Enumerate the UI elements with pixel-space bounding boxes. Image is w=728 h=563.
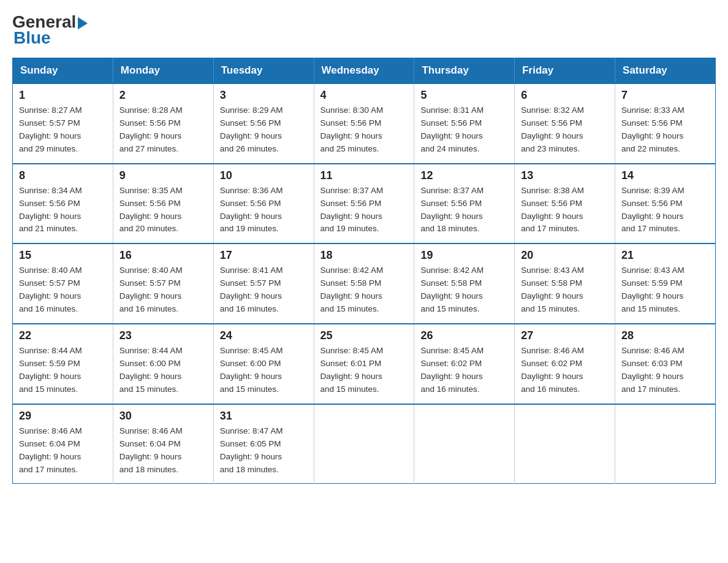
- day-of-week-header: Monday: [113, 58, 213, 84]
- calendar-day-cell: [314, 404, 414, 484]
- calendar-day-cell: 4 Sunrise: 8:30 AMSunset: 5:56 PMDayligh…: [314, 83, 414, 164]
- calendar-day-cell: 14 Sunrise: 8:39 AMSunset: 5:56 PMDaylig…: [615, 164, 716, 244]
- day-number: 3: [220, 89, 308, 102]
- calendar-day-cell: 12 Sunrise: 8:37 AMSunset: 5:56 PMDaylig…: [414, 164, 515, 244]
- calendar-day-cell: 21 Sunrise: 8:43 AMSunset: 5:59 PMDaylig…: [615, 243, 716, 324]
- day-of-week-header: Friday: [515, 58, 615, 84]
- calendar-day-cell: 28 Sunrise: 8:46 AMSunset: 6:03 PMDaylig…: [615, 324, 716, 404]
- day-info: Sunrise: 8:43 AMSunset: 5:58 PMDaylight:…: [521, 266, 584, 313]
- day-number: 29: [19, 410, 107, 423]
- calendar-day-cell: 22 Sunrise: 8:44 AMSunset: 5:59 PMDaylig…: [13, 324, 113, 404]
- calendar-body: 1 Sunrise: 8:27 AMSunset: 5:57 PMDayligh…: [13, 83, 716, 484]
- day-number: 15: [19, 249, 107, 262]
- day-info: Sunrise: 8:46 AMSunset: 6:02 PMDaylight:…: [521, 346, 584, 394]
- calendar-day-cell: 2 Sunrise: 8:28 AMSunset: 5:56 PMDayligh…: [113, 83, 213, 164]
- day-info: Sunrise: 8:47 AMSunset: 6:05 PMDaylight:…: [220, 426, 283, 474]
- day-info: Sunrise: 8:37 AMSunset: 5:56 PMDaylight:…: [420, 186, 483, 234]
- calendar-day-cell: [515, 404, 615, 484]
- calendar-week-row: 29 Sunrise: 8:46 AMSunset: 6:04 PMDaylig…: [13, 404, 716, 484]
- days-of-week-row: SundayMondayTuesdayWednesdayThursdayFrid…: [13, 58, 716, 84]
- day-of-week-header: Tuesday: [213, 58, 314, 84]
- day-number: 28: [621, 329, 709, 342]
- day-info: Sunrise: 8:31 AMSunset: 5:56 PMDaylight:…: [420, 105, 483, 153]
- day-number: 24: [220, 329, 308, 342]
- calendar-day-cell: 11 Sunrise: 8:37 AMSunset: 5:56 PMDaylig…: [314, 164, 414, 244]
- page-header: General Blue: [12, 12, 716, 48]
- calendar-week-row: 1 Sunrise: 8:27 AMSunset: 5:57 PMDayligh…: [13, 83, 716, 164]
- calendar-day-cell: 27 Sunrise: 8:46 AMSunset: 6:02 PMDaylig…: [515, 324, 615, 404]
- day-number: 1: [19, 89, 107, 102]
- day-info: Sunrise: 8:46 AMSunset: 6:03 PMDaylight:…: [621, 346, 684, 394]
- day-info: Sunrise: 8:33 AMSunset: 5:56 PMDaylight:…: [621, 105, 684, 153]
- calendar-day-cell: 10 Sunrise: 8:36 AMSunset: 5:56 PMDaylig…: [213, 164, 314, 244]
- calendar-week-row: 8 Sunrise: 8:34 AMSunset: 5:56 PMDayligh…: [13, 164, 716, 244]
- day-info: Sunrise: 8:34 AMSunset: 5:56 PMDaylight:…: [19, 186, 82, 234]
- calendar-day-cell: 31 Sunrise: 8:47 AMSunset: 6:05 PMDaylig…: [213, 404, 314, 484]
- day-number: 11: [320, 169, 408, 182]
- calendar-day-cell: 25 Sunrise: 8:45 AMSunset: 6:01 PMDaylig…: [314, 324, 414, 404]
- calendar-day-cell: 5 Sunrise: 8:31 AMSunset: 5:56 PMDayligh…: [414, 83, 515, 164]
- calendar-day-cell: 29 Sunrise: 8:46 AMSunset: 6:04 PMDaylig…: [13, 404, 113, 484]
- day-number: 19: [420, 249, 508, 262]
- calendar-week-row: 15 Sunrise: 8:40 AMSunset: 5:57 PMDaylig…: [13, 243, 716, 324]
- calendar-day-cell: 9 Sunrise: 8:35 AMSunset: 5:56 PMDayligh…: [113, 164, 213, 244]
- day-of-week-header: Sunday: [13, 58, 113, 84]
- calendar-day-cell: 18 Sunrise: 8:42 AMSunset: 5:58 PMDaylig…: [314, 243, 414, 324]
- day-info: Sunrise: 8:37 AMSunset: 5:56 PMDaylight:…: [320, 186, 384, 234]
- calendar-week-row: 22 Sunrise: 8:44 AMSunset: 5:59 PMDaylig…: [13, 324, 716, 404]
- day-info: Sunrise: 8:40 AMSunset: 5:57 PMDaylight:…: [119, 266, 183, 313]
- day-info: Sunrise: 8:45 AMSunset: 6:00 PMDaylight:…: [220, 346, 283, 394]
- calendar-day-cell: 24 Sunrise: 8:45 AMSunset: 6:00 PMDaylig…: [213, 324, 314, 404]
- day-info: Sunrise: 8:40 AMSunset: 5:57 PMDaylight:…: [19, 266, 82, 313]
- day-number: 5: [420, 89, 508, 102]
- calendar-day-cell: 8 Sunrise: 8:34 AMSunset: 5:56 PMDayligh…: [13, 164, 113, 244]
- day-of-week-header: Wednesday: [314, 58, 414, 84]
- day-info: Sunrise: 8:44 AMSunset: 6:00 PMDaylight:…: [119, 346, 183, 394]
- calendar-day-cell: 16 Sunrise: 8:40 AMSunset: 5:57 PMDaylig…: [113, 243, 213, 324]
- day-info: Sunrise: 8:46 AMSunset: 6:04 PMDaylight:…: [19, 426, 82, 474]
- day-number: 20: [521, 249, 609, 262]
- day-number: 31: [220, 410, 308, 423]
- day-number: 7: [621, 89, 709, 102]
- calendar-day-cell: 17 Sunrise: 8:41 AMSunset: 5:57 PMDaylig…: [213, 243, 314, 324]
- calendar-day-cell: 15 Sunrise: 8:40 AMSunset: 5:57 PMDaylig…: [13, 243, 113, 324]
- day-number: 12: [420, 169, 508, 182]
- day-info: Sunrise: 8:42 AMSunset: 5:58 PMDaylight:…: [320, 266, 384, 313]
- day-number: 21: [621, 249, 709, 262]
- day-info: Sunrise: 8:27 AMSunset: 5:57 PMDaylight:…: [19, 105, 82, 153]
- day-number: 8: [19, 169, 107, 182]
- logo-blue-text: Blue: [12, 28, 51, 48]
- calendar-header: SundayMondayTuesdayWednesdayThursdayFrid…: [13, 58, 716, 84]
- day-number: 25: [320, 329, 408, 342]
- day-info: Sunrise: 8:42 AMSunset: 5:58 PMDaylight:…: [420, 266, 483, 313]
- calendar-day-cell: 20 Sunrise: 8:43 AMSunset: 5:58 PMDaylig…: [515, 243, 615, 324]
- calendar-day-cell: 26 Sunrise: 8:45 AMSunset: 6:02 PMDaylig…: [414, 324, 515, 404]
- logo: General Blue: [12, 12, 88, 48]
- calendar-day-cell: 6 Sunrise: 8:32 AMSunset: 5:56 PMDayligh…: [515, 83, 615, 164]
- day-number: 13: [521, 169, 609, 182]
- calendar-day-cell: 3 Sunrise: 8:29 AMSunset: 5:56 PMDayligh…: [213, 83, 314, 164]
- day-info: Sunrise: 8:45 AMSunset: 6:02 PMDaylight:…: [420, 346, 483, 394]
- calendar-day-cell: 13 Sunrise: 8:38 AMSunset: 5:56 PMDaylig…: [515, 164, 615, 244]
- calendar-table: SundayMondayTuesdayWednesdayThursdayFrid…: [12, 58, 716, 484]
- day-number: 27: [521, 329, 609, 342]
- day-of-week-header: Thursday: [414, 58, 515, 84]
- day-info: Sunrise: 8:35 AMSunset: 5:56 PMDaylight:…: [119, 186, 183, 234]
- day-of-week-header: Saturday: [615, 58, 716, 84]
- day-info: Sunrise: 8:30 AMSunset: 5:56 PMDaylight:…: [320, 105, 384, 153]
- day-info: Sunrise: 8:41 AMSunset: 5:57 PMDaylight:…: [220, 266, 283, 313]
- day-info: Sunrise: 8:45 AMSunset: 6:01 PMDaylight:…: [320, 346, 384, 394]
- calendar-day-cell: 1 Sunrise: 8:27 AMSunset: 5:57 PMDayligh…: [13, 83, 113, 164]
- day-info: Sunrise: 8:43 AMSunset: 5:59 PMDaylight:…: [621, 266, 684, 313]
- day-number: 22: [19, 329, 107, 342]
- day-info: Sunrise: 8:32 AMSunset: 5:56 PMDaylight:…: [521, 105, 584, 153]
- day-number: 14: [621, 169, 709, 182]
- day-number: 6: [521, 89, 609, 102]
- day-info: Sunrise: 8:28 AMSunset: 5:56 PMDaylight:…: [119, 105, 183, 153]
- calendar-day-cell: [414, 404, 515, 484]
- day-number: 2: [119, 89, 207, 102]
- day-info: Sunrise: 8:38 AMSunset: 5:56 PMDaylight:…: [521, 186, 584, 234]
- day-info: Sunrise: 8:39 AMSunset: 5:56 PMDaylight:…: [621, 186, 684, 234]
- day-number: 9: [119, 169, 207, 182]
- day-number: 18: [320, 249, 408, 262]
